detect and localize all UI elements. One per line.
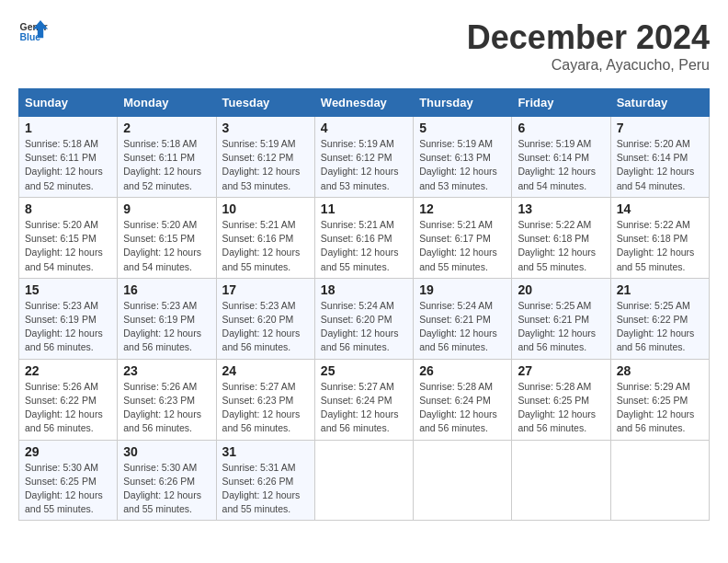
- day-info: Sunrise: 5:28 AM Sunset: 6:25 PM Dayligh…: [518, 380, 604, 436]
- calendar-cell: 20Sunrise: 5:25 AM Sunset: 6:21 PM Dayli…: [512, 278, 610, 359]
- calendar-cell: 28Sunrise: 5:29 AM Sunset: 6:25 PM Dayli…: [610, 359, 709, 440]
- day-number: 26: [419, 363, 506, 378]
- page-header: General Blue December 2024 Cayara, Ayacu…: [18, 18, 710, 74]
- header-wednesday: Wednesday: [314, 89, 413, 117]
- day-info: Sunrise: 5:30 AM Sunset: 6:25 PM Dayligh…: [25, 461, 111, 517]
- calendar-cell: 22Sunrise: 5:26 AM Sunset: 6:22 PM Dayli…: [19, 359, 118, 440]
- header-saturday: Saturday: [610, 89, 709, 117]
- week-row-2: 8Sunrise: 5:20 AM Sunset: 6:15 PM Daylig…: [19, 197, 710, 278]
- day-number: 15: [25, 282, 111, 297]
- calendar-cell: 24Sunrise: 5:27 AM Sunset: 6:23 PM Dayli…: [216, 359, 314, 440]
- day-info: Sunrise: 5:18 AM Sunset: 6:11 PM Dayligh…: [25, 137, 111, 193]
- calendar-cell: 14Sunrise: 5:22 AM Sunset: 6:18 PM Dayli…: [610, 197, 709, 278]
- day-info: Sunrise: 5:29 AM Sunset: 6:25 PM Dayligh…: [617, 380, 703, 436]
- day-number: 25: [321, 363, 407, 378]
- day-info: Sunrise: 5:21 AM Sunset: 6:17 PM Dayligh…: [419, 218, 506, 274]
- day-number: 21: [617, 282, 703, 297]
- day-number: 4: [321, 121, 407, 135]
- day-number: 16: [123, 282, 210, 297]
- day-info: Sunrise: 5:23 AM Sunset: 6:19 PM Dayligh…: [25, 299, 111, 355]
- logo-icon: General Blue: [18, 18, 48, 44]
- calendar-cell: [512, 440, 610, 521]
- calendar-cell: 31Sunrise: 5:31 AM Sunset: 6:26 PM Dayli…: [216, 440, 314, 521]
- day-info: Sunrise: 5:28 AM Sunset: 6:24 PM Dayligh…: [419, 380, 506, 436]
- day-info: Sunrise: 5:20 AM Sunset: 6:15 PM Dayligh…: [25, 218, 111, 274]
- calendar-cell: 4Sunrise: 5:19 AM Sunset: 6:12 PM Daylig…: [314, 117, 413, 198]
- day-info: Sunrise: 5:21 AM Sunset: 6:16 PM Dayligh…: [222, 218, 309, 274]
- subtitle: Cayara, Ayacucho, Peru: [467, 57, 710, 74]
- day-number: 8: [25, 201, 111, 216]
- day-number: 14: [617, 201, 703, 216]
- day-info: Sunrise: 5:18 AM Sunset: 6:11 PM Dayligh…: [123, 137, 210, 193]
- calendar-cell: 11Sunrise: 5:21 AM Sunset: 6:16 PM Dayli…: [314, 197, 413, 278]
- day-number: 22: [25, 363, 111, 378]
- day-number: 5: [419, 121, 506, 135]
- day-number: 13: [518, 201, 604, 216]
- day-number: 24: [222, 363, 309, 378]
- day-info: Sunrise: 5:23 AM Sunset: 6:19 PM Dayligh…: [123, 299, 210, 355]
- week-row-3: 15Sunrise: 5:23 AM Sunset: 6:19 PM Dayli…: [19, 278, 710, 359]
- calendar-cell: [610, 440, 709, 521]
- calendar-cell: 9Sunrise: 5:20 AM Sunset: 6:15 PM Daylig…: [118, 197, 216, 278]
- calendar-cell: 8Sunrise: 5:20 AM Sunset: 6:15 PM Daylig…: [19, 197, 118, 278]
- day-number: 27: [518, 363, 604, 378]
- day-info: Sunrise: 5:24 AM Sunset: 6:20 PM Dayligh…: [321, 299, 407, 355]
- day-number: 11: [321, 201, 407, 216]
- day-info: Sunrise: 5:20 AM Sunset: 6:14 PM Dayligh…: [617, 137, 703, 193]
- day-number: 6: [518, 121, 604, 135]
- day-info: Sunrise: 5:25 AM Sunset: 6:22 PM Dayligh…: [617, 299, 703, 355]
- week-row-5: 29Sunrise: 5:30 AM Sunset: 6:25 PM Dayli…: [19, 440, 710, 521]
- calendar-cell: 5Sunrise: 5:19 AM Sunset: 6:13 PM Daylig…: [414, 117, 512, 198]
- day-info: Sunrise: 5:26 AM Sunset: 6:23 PM Dayligh…: [123, 380, 210, 436]
- day-info: Sunrise: 5:31 AM Sunset: 6:26 PM Dayligh…: [222, 461, 309, 517]
- calendar-cell: [314, 440, 413, 521]
- day-info: Sunrise: 5:19 AM Sunset: 6:14 PM Dayligh…: [518, 137, 604, 193]
- day-info: Sunrise: 5:23 AM Sunset: 6:20 PM Dayligh…: [222, 299, 309, 355]
- calendar-cell: 29Sunrise: 5:30 AM Sunset: 6:25 PM Dayli…: [19, 440, 118, 521]
- calendar-cell: 3Sunrise: 5:19 AM Sunset: 6:12 PM Daylig…: [216, 117, 314, 198]
- day-number: 28: [617, 363, 703, 378]
- day-number: 1: [25, 121, 111, 135]
- day-number: 31: [222, 444, 309, 459]
- day-number: 20: [518, 282, 604, 297]
- calendar-cell: 12Sunrise: 5:21 AM Sunset: 6:17 PM Dayli…: [414, 197, 512, 278]
- title-block: December 2024 Cayara, Ayacucho, Peru: [467, 18, 710, 74]
- logo: General Blue: [18, 18, 48, 44]
- calendar-cell: 25Sunrise: 5:27 AM Sunset: 6:24 PM Dayli…: [314, 359, 413, 440]
- calendar-cell: 16Sunrise: 5:23 AM Sunset: 6:19 PM Dayli…: [118, 278, 216, 359]
- day-info: Sunrise: 5:19 AM Sunset: 6:12 PM Dayligh…: [321, 137, 407, 193]
- calendar-header-row: SundayMondayTuesdayWednesdayThursdayFrid…: [19, 89, 710, 117]
- header-tuesday: Tuesday: [216, 89, 314, 117]
- day-number: 30: [123, 444, 210, 459]
- calendar-cell: 19Sunrise: 5:24 AM Sunset: 6:21 PM Dayli…: [414, 278, 512, 359]
- day-number: 10: [222, 201, 309, 216]
- day-info: Sunrise: 5:19 AM Sunset: 6:12 PM Dayligh…: [222, 137, 309, 193]
- day-info: Sunrise: 5:30 AM Sunset: 6:26 PM Dayligh…: [123, 461, 210, 517]
- calendar-cell: 17Sunrise: 5:23 AM Sunset: 6:20 PM Dayli…: [216, 278, 314, 359]
- day-number: 2: [123, 121, 210, 135]
- calendar-cell: 2Sunrise: 5:18 AM Sunset: 6:11 PM Daylig…: [118, 117, 216, 198]
- day-info: Sunrise: 5:21 AM Sunset: 6:16 PM Dayligh…: [321, 218, 407, 274]
- calendar-cell: 21Sunrise: 5:25 AM Sunset: 6:22 PM Dayli…: [610, 278, 709, 359]
- calendar-cell: 13Sunrise: 5:22 AM Sunset: 6:18 PM Dayli…: [512, 197, 610, 278]
- calendar-cell: [414, 440, 512, 521]
- calendar-cell: 15Sunrise: 5:23 AM Sunset: 6:19 PM Dayli…: [19, 278, 118, 359]
- week-row-4: 22Sunrise: 5:26 AM Sunset: 6:22 PM Dayli…: [19, 359, 710, 440]
- header-sunday: Sunday: [19, 89, 118, 117]
- calendar-cell: 1Sunrise: 5:18 AM Sunset: 6:11 PM Daylig…: [19, 117, 118, 198]
- day-info: Sunrise: 5:22 AM Sunset: 6:18 PM Dayligh…: [617, 218, 703, 274]
- day-number: 18: [321, 282, 407, 297]
- calendar-cell: 7Sunrise: 5:20 AM Sunset: 6:14 PM Daylig…: [610, 117, 709, 198]
- day-info: Sunrise: 5:19 AM Sunset: 6:13 PM Dayligh…: [419, 137, 506, 193]
- day-info: Sunrise: 5:25 AM Sunset: 6:21 PM Dayligh…: [518, 299, 604, 355]
- day-number: 3: [222, 121, 309, 135]
- calendar-cell: 30Sunrise: 5:30 AM Sunset: 6:26 PM Dayli…: [118, 440, 216, 521]
- calendar-body: 1Sunrise: 5:18 AM Sunset: 6:11 PM Daylig…: [19, 117, 710, 521]
- week-row-1: 1Sunrise: 5:18 AM Sunset: 6:11 PM Daylig…: [19, 117, 710, 198]
- day-info: Sunrise: 5:26 AM Sunset: 6:22 PM Dayligh…: [25, 380, 111, 436]
- day-number: 12: [419, 201, 506, 216]
- calendar-cell: 26Sunrise: 5:28 AM Sunset: 6:24 PM Dayli…: [414, 359, 512, 440]
- day-info: Sunrise: 5:27 AM Sunset: 6:23 PM Dayligh…: [222, 380, 309, 436]
- calendar-table: SundayMondayTuesdayWednesdayThursdayFrid…: [18, 88, 710, 521]
- day-number: 19: [419, 282, 506, 297]
